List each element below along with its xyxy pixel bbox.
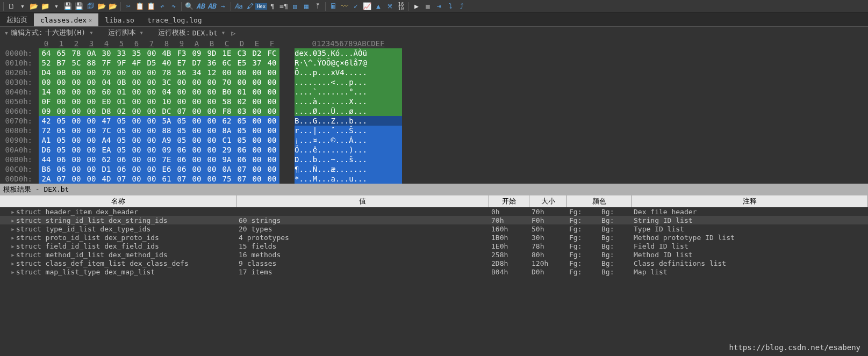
hex-row[interactable]: 0020h:D40B0000700000007856341200000000Ô.… — [0, 68, 868, 77]
column-comment[interactable]: 注释 — [632, 195, 868, 207]
paste-icon[interactable]: 📋 — [146, 2, 156, 11]
hex-row[interactable]: 0050h:0F000000E00100001000000058020000..… — [0, 97, 868, 106]
tab-tracelog[interactable]: trace_log.log — [141, 13, 209, 26]
replace-icon[interactable]: AB — [196, 2, 205, 11]
hex-row[interactable]: 0040h:140000006001000004000000B0010000..… — [0, 87, 868, 97]
hex-ascii: B...G...Z...b... — [295, 116, 402, 126]
text-flow-icon[interactable]: ≡¶ — [279, 2, 289, 11]
base-conv-icon[interactable]: 1610 — [396, 2, 406, 11]
expand-icon[interactable]: ▸ — [11, 259, 15, 267]
font-icon[interactable]: Aa — [234, 2, 243, 11]
column-start[interactable]: 开始 — [489, 195, 529, 207]
expand-icon[interactable]: ▸ — [11, 242, 15, 250]
chevron-down-icon[interactable]: ▼ — [90, 30, 92, 35]
hex-row[interactable]: 0070h:42050000470500005A05000062050000B.… — [0, 116, 868, 126]
hex-row[interactable]: 00B0h:44060000620600007E0600009A060000D.… — [0, 155, 868, 164]
paragraph-icon[interactable]: ¶ — [268, 2, 277, 11]
calculator-icon[interactable]: 🖩 — [328, 2, 338, 11]
ruler-icon[interactable]: ⤒ — [313, 2, 322, 11]
tab-liba-so[interactable]: liba.so — [98, 13, 141, 26]
table-row[interactable]: ▸struct class_def_item_list dex_class_de… — [0, 259, 868, 267]
hex-row[interactable]: 0060h:09000000D8020000DC070000F8030000..… — [0, 106, 868, 116]
hex-row[interactable]: 0010h:52B75C887F9F4FD540E7D7366CE53740R·… — [0, 58, 868, 68]
hex-row[interactable]: 00A0h:D6050000EA0500000906000029060000Ö.… — [0, 145, 868, 155]
table-row[interactable]: ▸struct field_id_list dex_field_ids15 fi… — [0, 242, 868, 250]
goto-icon[interactable]: → — [218, 2, 228, 11]
table-row[interactable]: ▸struct method_id_list dex_method_ids16 … — [0, 250, 868, 259]
expand-icon[interactable]: ▸ — [11, 225, 15, 233]
step-out-icon[interactable]: ⤴ — [457, 2, 467, 11]
tab-startpage[interactable]: 起始页 — [0, 13, 34, 26]
hex-row[interactable]: 0000h:6465780A303335004BF3099D1EC3D2FCde… — [0, 48, 868, 58]
cell-comment: Dex file header — [632, 208, 868, 216]
template-grid-body[interactable]: ▸struct header_item dex_header0h70hFg:Bg… — [0, 207, 868, 276]
open-dropdown-icon[interactable]: ▾ — [52, 2, 61, 11]
close-icon[interactable]: ✕ — [89, 17, 92, 23]
tab-classes-dex[interactable]: classes.dex ✕ — [34, 13, 98, 26]
hex-row[interactable]: 0090h:A1050000A4050000A9050000C1050000¡.… — [0, 135, 868, 145]
undo-icon[interactable]: ↶ — [157, 2, 167, 11]
image-icon[interactable]: ▲ — [374, 2, 383, 11]
expand-icon[interactable]: ▸ — [11, 251, 15, 259]
table-row[interactable]: ▸struct map_list_type dex_map_list17 ite… — [0, 267, 868, 276]
column-color[interactable]: 颜色 — [567, 195, 632, 207]
expand-icon[interactable]: ▾ — [4, 29, 9, 37]
cell-bg: Bg: — [599, 216, 632, 224]
compare-icon[interactable]: 〰 — [340, 2, 349, 11]
run-icon[interactable]: ▶ — [412, 2, 421, 11]
step-into-icon[interactable]: ⤵ — [446, 2, 455, 11]
hex-row[interactable]: 00D0h:2A0700004D0700006107000075070000*.… — [0, 174, 868, 184]
cell-start: 1E0h — [489, 242, 529, 250]
chevron-down-icon[interactable]: ▼ — [140, 30, 143, 35]
column-name[interactable]: 名称 — [0, 195, 236, 207]
sector-icon[interactable]: ▦ — [302, 2, 311, 11]
step-over-icon[interactable]: ⇥ — [434, 2, 444, 11]
redo-icon[interactable]: ↷ — [169, 2, 178, 11]
stop-icon[interactable]: ■ — [423, 2, 433, 11]
expand-icon[interactable]: ▸ — [11, 216, 15, 224]
column-size[interactable]: 大小 — [529, 195, 567, 207]
save-all-icon[interactable]: 🗐 — [85, 2, 95, 11]
table-row[interactable]: ▸struct string_id_list dex_string_ids60 … — [0, 216, 868, 224]
convert-icon[interactable]: ⤧ — [385, 2, 394, 11]
cell-size: 30h — [529, 234, 567, 242]
table-row[interactable]: ▸struct header_item dex_header0h70hFg:Bg… — [0, 207, 868, 216]
workspace-close-icon[interactable]: 📂 — [108, 2, 118, 11]
hex-row[interactable]: 0030h:00000000040B00003C00000070000000..… — [0, 77, 868, 87]
cell-size: D0h — [529, 268, 567, 276]
find-icon[interactable]: 🔍 — [184, 2, 194, 11]
open-drive-icon[interactable]: 📁 — [40, 2, 50, 11]
hex-row[interactable]: 0080h:720500007C050000880500008A050000r.… — [0, 126, 868, 135]
cut-icon[interactable]: ✂ — [124, 2, 133, 11]
table-row[interactable]: ▸struct proto_id_list dex_proto_ids4 pro… — [0, 233, 868, 242]
open-file-icon[interactable]: 📂 — [29, 2, 39, 11]
cell-value: 20 types — [236, 225, 489, 233]
histogram-icon[interactable]: 📈 — [362, 2, 372, 11]
cell-start: 2D8h — [489, 259, 529, 267]
highlight-icon[interactable]: 🖍 — [245, 2, 255, 11]
table-row[interactable]: ▸struct type_id_list dex_type_ids20 type… — [0, 224, 868, 233]
hex-row[interactable]: 00C0h:B6060000D1060000E60600000A070000¶.… — [0, 164, 868, 174]
checksum-icon[interactable]: ✓ — [351, 2, 361, 11]
new-file-dropdown-icon[interactable]: ▾ — [18, 2, 27, 11]
find-in-files-icon[interactable]: AB — [207, 2, 217, 11]
cell-bg: Bg: — [599, 234, 632, 242]
run-template-play-icon[interactable]: ▷ — [231, 29, 235, 37]
toggle-hex-icon[interactable]: Hex — [256, 2, 266, 11]
run-template-value[interactable]: DEX.bt — [192, 29, 218, 37]
expand-icon[interactable]: ▸ — [11, 268, 15, 276]
copy-icon[interactable]: 📋 — [135, 2, 145, 11]
expand-icon[interactable]: ▸ — [11, 208, 15, 216]
new-file-icon[interactable]: 🗋 — [6, 2, 16, 11]
workspace-open-icon[interactable]: 📂 — [97, 2, 106, 11]
expand-icon[interactable]: ▸ — [11, 234, 15, 242]
save-icon[interactable]: 💾 — [63, 2, 73, 11]
hex-editor[interactable]: 0123456789ABCDEF 0123456789ABCDEF 0000h:… — [0, 39, 868, 184]
chevron-down-icon[interactable]: ▼ — [222, 30, 225, 35]
save-as-icon[interactable]: 💾 — [74, 2, 84, 11]
edit-mode-value[interactable]: 十六进制(H) — [45, 28, 85, 38]
run-script-label[interactable]: 运行脚本 — [108, 28, 136, 38]
cell-comment: Method prototype ID list — [632, 234, 868, 242]
column-value[interactable]: 值 — [236, 195, 489, 207]
columns-icon[interactable]: ▥ — [290, 2, 300, 11]
